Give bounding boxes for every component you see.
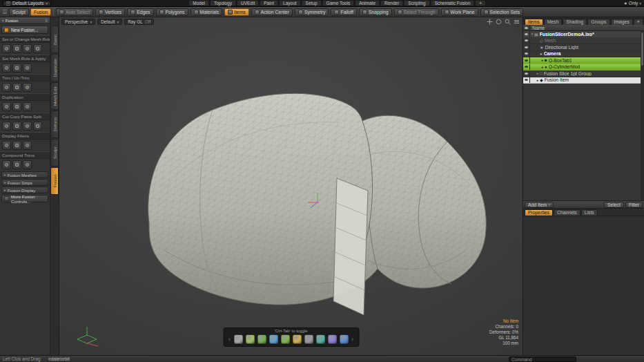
copy-icon[interactable] (12, 122, 21, 131)
layout-tab[interactable]: + (475, 0, 486, 6)
tree-row[interactable]: ★ Directional Light (523, 44, 644, 51)
more-fusion-controls-button[interactable]: More Fusion Controls... (1, 195, 48, 202)
toolbar-button[interactable]: Edges (127, 8, 153, 16)
layout-tab[interactable]: Setup (302, 0, 322, 6)
duplicate-icon[interactable] (2, 102, 11, 111)
duplicate-mode-icon[interactable] (257, 334, 266, 344)
collapsed-section-header[interactable]: ▸ Fusion Strips (1, 179, 48, 186)
tree-row[interactable]: ▸ ■ Q-BoxTab1 (523, 57, 644, 64)
toolbox-tab[interactable]: Basic (50, 26, 59, 53)
toolbar-button[interactable]: Symmetry (295, 8, 329, 16)
viewport-menu-icon[interactable] (514, 19, 520, 25)
untrim-icon[interactable] (12, 83, 21, 92)
toolbox-tab[interactable]: Sculpt (50, 139, 59, 166)
only-menu-button[interactable]: ∗ Only ▾ (623, 1, 641, 6)
right-panel-tab[interactable]: Images (611, 19, 633, 25)
tree-row[interactable]: ◇ Mesh (523, 38, 644, 45)
zoom-icon[interactable] (505, 19, 511, 25)
apply-trim-icon[interactable] (12, 64, 21, 73)
right-panel-tab[interactable]: Items (525, 19, 543, 25)
show-all-icon[interactable] (2, 141, 11, 150)
layout-tab[interactable]: Paint (260, 0, 278, 6)
add-item-button[interactable]: Add Item ▾ (525, 202, 554, 208)
toolbar-button[interactable]: Work Plane (441, 8, 478, 16)
visibility-eye-icon[interactable] (523, 77, 530, 84)
select-button[interactable]: Select (604, 202, 624, 208)
mirror-icon[interactable] (23, 102, 32, 111)
cube-mode-icon[interactable] (304, 334, 313, 344)
collapsed-section-header[interactable]: ▸ Fusion Meshes (1, 171, 48, 178)
compound-subtract-icon[interactable] (12, 160, 21, 169)
compound-add-icon[interactable] (2, 160, 11, 169)
chevron-left-icon[interactable]: ‹ (228, 336, 231, 343)
command-input[interactable] (509, 356, 576, 362)
pan-icon[interactable] (487, 19, 493, 25)
visibility-eye-icon[interactable] (523, 70, 530, 77)
chevron-right-icon[interactable]: › (351, 336, 354, 343)
sphere-mode-icon[interactable] (339, 334, 349, 344)
orbit-icon[interactable] (496, 19, 502, 25)
shading-mode-dropdown[interactable]: Default ▾ (97, 19, 122, 25)
visibility-eye-icon[interactable] (523, 31, 530, 37)
toolbar-button[interactable]: Items (224, 8, 249, 16)
visibility-eye-icon[interactable] (523, 64, 530, 70)
right-panel-tab[interactable]: Groups (587, 19, 609, 25)
filter-button[interactable]: Filter (625, 202, 643, 208)
select-mode-icon[interactable] (233, 334, 243, 344)
toolbar-button[interactable]: Action Center (251, 8, 293, 16)
mode-tab[interactable]: Sculpt (9, 8, 29, 16)
disc-mode-icon[interactable] (315, 334, 325, 344)
visibility-eye-icon[interactable] (523, 44, 530, 50)
layout-tab[interactable]: Game Tools (322, 0, 355, 6)
collapsed-section-header[interactable]: ▸ Fusion Display (1, 187, 48, 193)
apply-sub-icon[interactable] (23, 64, 32, 73)
layout-tab[interactable]: Topology (210, 0, 236, 6)
toolbox-tab[interactable]: Fusion (50, 167, 59, 195)
visibility-eye-icon[interactable] (523, 38, 530, 44)
mode-tab[interactable]: Fusion (30, 8, 51, 16)
tree-row[interactable]: ▸ ● Q-CylinderMod (523, 64, 644, 71)
chevron-down-icon[interactable]: ▾ (2, 19, 4, 23)
viewport-canvas[interactable] (59, 17, 523, 355)
paste-icon[interactable] (23, 122, 32, 131)
scrollbar-thumb[interactable] (641, 32, 643, 66)
tree-row[interactable]: ● Camera (523, 51, 644, 58)
toolbar-menu-icon[interactable] (3, 10, 7, 14)
right-panel-tab[interactable]: + (634, 19, 643, 25)
layout-menu-button[interactable]: Default Layouts ▾ (3, 1, 51, 6)
move-mode-icon[interactable] (245, 334, 255, 344)
layout-tab[interactable]: Render (380, 0, 403, 6)
toolbox-tab[interactable]: Deform (50, 111, 59, 138)
toolbar-button[interactable]: Snapping (359, 8, 392, 16)
layout-tab[interactable]: UVEdit (237, 0, 259, 6)
toolbar-button[interactable]: Polygons (156, 8, 188, 16)
layout-tab[interactable]: Scripting (404, 0, 429, 6)
toggle-trim-icon[interactable] (23, 83, 32, 92)
instance-icon[interactable] (12, 102, 21, 111)
star-mode-icon[interactable] (292, 334, 302, 344)
right-panel-tab[interactable]: Shading (563, 19, 587, 25)
layout-tab[interactable]: Layout (279, 0, 301, 6)
properties-tab[interactable]: Properties (525, 209, 553, 216)
tree-row[interactable]: ▸ □ Fusion Slice 1pt Group (523, 70, 644, 77)
role-primary-icon[interactable] (2, 44, 11, 53)
box-mode-icon[interactable] (327, 334, 337, 344)
properties-tab[interactable]: Channels (554, 209, 580, 216)
show-sources-icon[interactable] (23, 141, 32, 150)
role-clear-icon[interactable] (33, 44, 42, 53)
show-fusion-icon[interactable] (12, 141, 21, 150)
right-panel-tab[interactable]: Mesh (544, 19, 563, 25)
toolbar-button[interactable]: Materials (191, 8, 223, 16)
new-fusion-button[interactable]: New Fusion... (1, 26, 48, 34)
toolbar-button[interactable]: Select Through (394, 8, 439, 16)
camera-view-dropdown[interactable]: Perspective ▾ (61, 19, 95, 25)
apply-primary-icon[interactable] (2, 64, 11, 73)
apply-mode-icon[interactable] (280, 334, 290, 344)
split-icon[interactable] (33, 122, 42, 131)
tree-scrollbar[interactable] (641, 31, 644, 200)
toolbar-button[interactable]: Auto Select (56, 8, 93, 16)
visibility-eye-icon[interactable] (523, 51, 530, 57)
panel-menu-icon[interactable]: ≡ (45, 19, 48, 23)
toolbar-button[interactable]: Falloff (331, 8, 356, 16)
tree-row[interactable]: ▾ ▤ FusionSlicerDemoA.lxo* (523, 31, 644, 38)
